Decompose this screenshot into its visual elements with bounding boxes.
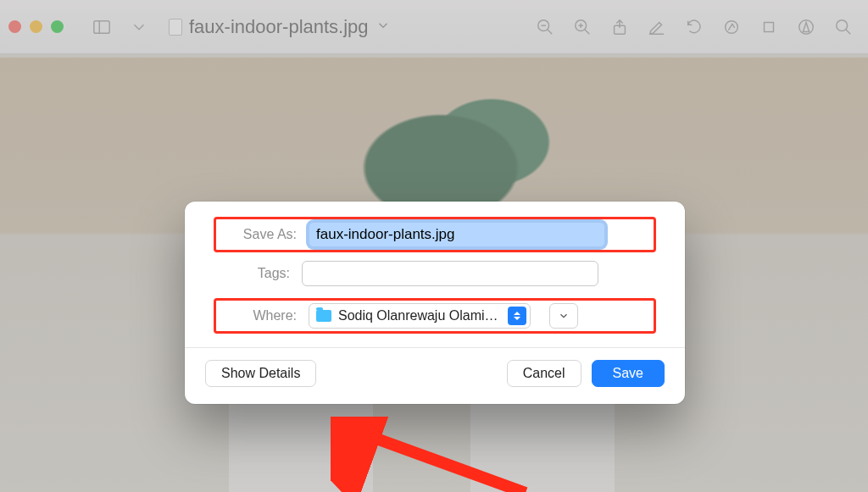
annotation-highlight-where: Where: Sodiq Olanrewaju Olamid… <box>214 298 656 334</box>
save-as-input[interactable] <box>309 222 605 247</box>
traffic-lights <box>8 20 64 33</box>
document-title-menu-chevron[interactable] <box>376 18 391 36</box>
tags-input[interactable] <box>302 261 598 286</box>
minimize-window-button[interactable] <box>30 20 42 33</box>
crop-button[interactable] <box>753 11 785 43</box>
decorative-pot <box>229 390 373 492</box>
document-title[interactable]: faux-indoor-plants.jpg <box>169 16 391 38</box>
sidebar-toggle-button[interactable] <box>86 11 118 43</box>
where-location-popup[interactable]: Sodiq Olanrewaju Olamid… <box>309 303 531 329</box>
svg-point-11 <box>726 20 738 33</box>
folder-icon <box>316 310 331 322</box>
share-button[interactable] <box>604 11 636 43</box>
where-folder-name: Sodiq Olanrewaju Olamid… <box>338 308 499 323</box>
where-disclosure-button[interactable] <box>549 303 578 329</box>
document-filename: faux-indoor-plants.jpg <box>189 16 369 38</box>
zoom-out-button[interactable] <box>529 11 561 43</box>
tags-label: Tags: <box>214 266 290 281</box>
close-window-button[interactable] <box>8 20 21 33</box>
zoom-in-button[interactable] <box>566 11 598 43</box>
save-dialog: Save As: Tags: Where: Sodiq Olanrewaju O… <box>185 202 685 404</box>
svg-line-15 <box>846 29 851 34</box>
sidebar-menu-chevron[interactable] <box>123 11 155 43</box>
svg-line-3 <box>548 29 553 34</box>
svg-point-14 <box>837 19 848 30</box>
decorative-pot <box>470 390 615 492</box>
fullscreen-window-button[interactable] <box>51 20 64 33</box>
svg-rect-0 <box>94 20 109 33</box>
svg-line-6 <box>585 29 590 34</box>
cancel-button[interactable]: Cancel <box>507 360 581 387</box>
where-label: Where: <box>220 308 297 323</box>
highlight-button[interactable] <box>641 11 673 43</box>
show-details-button[interactable]: Show Details <box>205 360 316 387</box>
search-button[interactable] <box>827 11 860 43</box>
window-toolbar: faux-indoor-plants.jpg <box>0 0 868 54</box>
updown-stepper-icon <box>508 307 526 325</box>
annotation-highlight-saveas: Save As: <box>214 217 656 252</box>
svg-rect-12 <box>765 22 774 31</box>
markup-button[interactable] <box>715 11 748 43</box>
info-button[interactable] <box>790 11 822 43</box>
save-as-label: Save As: <box>220 227 297 242</box>
jpg-file-icon <box>169 19 182 36</box>
rotate-button[interactable] <box>678 11 710 43</box>
save-button[interactable]: Save <box>592 360 665 387</box>
